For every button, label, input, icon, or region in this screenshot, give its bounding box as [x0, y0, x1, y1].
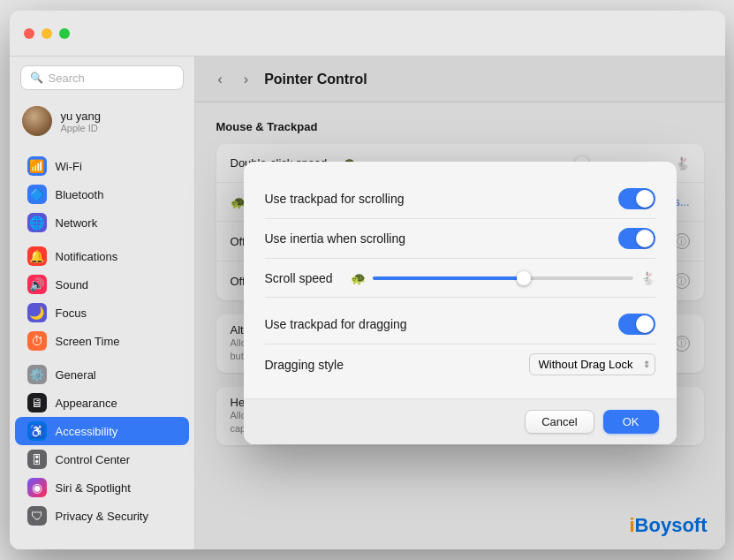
dialog-body: Use trackpad for scrolling Use inertia w… [244, 162, 677, 398]
dialog-toggle-4[interactable] [618, 314, 655, 335]
scroll-speed-thumb[interactable] [517, 271, 531, 285]
fullscreen-button[interactable] [59, 28, 70, 39]
sidebar-label-siri: Siri & Spotlight [56, 481, 131, 495]
sidebar-item-siri[interactable]: ◉ Siri & Spotlight [15, 473, 189, 502]
dialog-label-1: Use trackpad for scrolling [265, 192, 405, 206]
bluetooth-icon: 🔷 [27, 185, 47, 204]
main-content: ‹ › Pointer Control Mouse & Trackpad Dou… [195, 57, 725, 549]
main-window: 🔍 Search yu yang Apple ID 📶 Wi-Fi 🔷 Blue… [10, 11, 725, 549]
sidebar-item-focus[interactable]: 🌙 Focus [15, 299, 189, 327]
scroll-fast-icon: 🐇 [640, 271, 655, 285]
user-subtitle: Apple ID [61, 123, 102, 133]
dialog-label-3: Scroll speed [265, 271, 333, 285]
close-button[interactable] [24, 28, 34, 39]
sidebar-item-general[interactable]: ⚙️ General [15, 360, 189, 389]
sidebar-item-sound[interactable]: 🔊 Sound [15, 270, 189, 299]
focus-icon: 🌙 [27, 303, 47, 322]
notifications-icon: 🔔 [27, 246, 47, 266]
dialog-label-5: Dragging style [265, 358, 344, 372]
dragging-style-dropdown[interactable]: Without Drag Lock [529, 353, 655, 375]
sidebar-item-appearance[interactable]: 🖥 Appearance [15, 389, 189, 417]
sidebar-label-general: General [56, 368, 96, 382]
dialog-toggle-2[interactable] [618, 228, 655, 249]
sidebar-item-network[interactable]: 🌐 Network [15, 208, 189, 237]
dialog-toggle-1[interactable] [618, 188, 655, 209]
sidebar-item-screentime[interactable]: ⏱ Screen Time [15, 327, 189, 355]
sound-icon: 🔊 [27, 275, 47, 294]
dialog-row-4: Use trackpad for dragging [265, 305, 655, 344]
controlcenter-icon: 🎛 [27, 450, 47, 469]
avatar [22, 106, 52, 136]
search-box[interactable]: 🔍 Search [20, 65, 184, 90]
sidebar-label-focus: Focus [56, 306, 87, 320]
scroll-speed-slider[interactable] [373, 276, 633, 280]
scroll-speed-fill [373, 276, 524, 280]
window-body: 🔍 Search yu yang Apple ID 📶 Wi-Fi 🔷 Blue… [10, 57, 725, 549]
dialog-toggle-knob-1 [636, 190, 654, 208]
sidebar-label-notifications: Notifications [56, 250, 118, 263]
search-icon: 🔍 [30, 72, 43, 84]
sidebar-label-wifi: Wi-Fi [56, 160, 82, 173]
appearance-icon: 🖥 [27, 393, 47, 412]
sidebar: 🔍 Search yu yang Apple ID 📶 Wi-Fi 🔷 Blue… [10, 57, 195, 549]
sidebar-label-controlcenter: Control Center [56, 453, 131, 466]
dialog-toggle-knob-4 [636, 315, 654, 333]
dialog-overlay: Use trackpad for scrolling Use inertia w… [195, 57, 725, 549]
general-icon: ⚙️ [27, 365, 47, 384]
scrolling-dialog: Use trackpad for scrolling Use inertia w… [244, 162, 677, 444]
sidebar-item-wifi[interactable]: 📶 Wi-Fi [15, 152, 189, 180]
sidebar-label-network: Network [56, 216, 98, 230]
accessibility-icon: ♿ [27, 421, 47, 441]
sidebar-item-controlcenter[interactable]: 🎛 Control Center [15, 445, 189, 473]
dialog-label-2: Use inertia when scrolling [265, 231, 406, 246]
sidebar-item-notifications[interactable]: 🔔 Notifications [15, 242, 189, 270]
wifi-icon: 📶 [27, 156, 47, 176]
title-bar [10, 11, 725, 57]
screentime-icon: ⏱ [27, 331, 47, 351]
dialog-row-2: Use inertia when scrolling [265, 219, 655, 259]
dialog-footer: Cancel OK [244, 398, 677, 444]
user-name: yu yang [61, 110, 102, 123]
ok-button[interactable]: OK [603, 410, 659, 434]
scroll-slow-icon: 🐢 [351, 271, 366, 285]
network-icon: 🌐 [27, 213, 47, 232]
sidebar-item-privacy[interactable]: 🛡 Privacy & Security [15, 502, 189, 530]
sidebar-label-accessibility: Accessibility [56, 425, 118, 438]
sidebar-item-accessibility[interactable]: ♿ Accessibility [15, 417, 189, 445]
sidebar-label-sound: Sound [56, 278, 89, 291]
user-section[interactable]: yu yang Apple ID [10, 99, 194, 143]
dialog-row-3: Scroll speed 🐢 🐇 [265, 259, 655, 298]
user-info: yu yang Apple ID [61, 110, 102, 133]
cancel-button[interactable]: Cancel [525, 410, 594, 434]
dialog-toggle-knob-2 [636, 230, 654, 247]
traffic-lights [24, 28, 70, 39]
avatar-image [22, 106, 52, 136]
minimize-button[interactable] [42, 28, 52, 39]
dialog-label-4: Use trackpad for dragging [265, 317, 407, 331]
sidebar-label-bluetooth: Bluetooth [56, 188, 104, 201]
dialog-row-5: Dragging style Without Drag Lock [265, 344, 655, 384]
privacy-icon: 🛡 [27, 506, 47, 526]
dialog-row-1: Use trackpad for scrolling [265, 179, 655, 219]
sidebar-label-screentime: Screen Time [56, 335, 120, 348]
sidebar-label-appearance: Appearance [56, 397, 117, 410]
sidebar-label-privacy: Privacy & Security [56, 510, 148, 523]
sidebar-item-bluetooth[interactable]: 🔷 Bluetooth [15, 180, 189, 208]
siri-icon: ◉ [27, 478, 47, 497]
search-placeholder: Search [49, 72, 85, 85]
dragging-style-select[interactable]: Without Drag Lock [529, 353, 655, 375]
